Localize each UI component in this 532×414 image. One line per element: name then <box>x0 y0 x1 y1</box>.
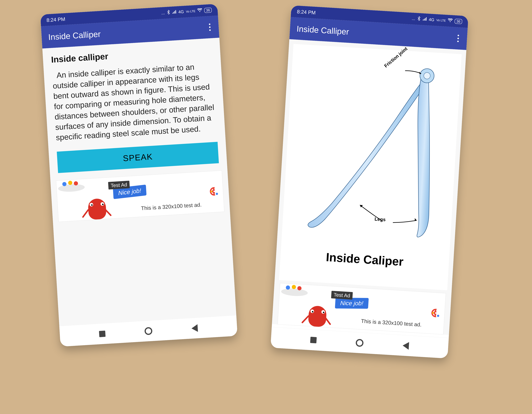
status-indicators: ... 4G Vo LTE 36 <box>161 7 212 16</box>
network-label: 4G <box>429 17 435 22</box>
ad-tag-label: Test Ad <box>331 291 353 300</box>
ad-bubble-group: Test Ad Nice job! <box>108 180 146 198</box>
signal-icon <box>422 17 427 22</box>
inside-caliper-diagram <box>288 50 455 249</box>
admob-logo-icon <box>431 308 440 318</box>
status-dots: ... <box>412 16 415 21</box>
status-dots: ... <box>161 10 165 15</box>
status-time: 8:24 PM <box>46 16 66 23</box>
admob-logo-icon <box>209 187 219 197</box>
ad-banner[interactable]: Test Ad Nice job! This is a 320x100 test… <box>56 170 224 222</box>
battery-indicator: 36 <box>455 19 462 24</box>
label-legs: Legs <box>374 216 386 222</box>
svg-point-4 <box>437 315 439 317</box>
phone-screenshot-right: 8:24 PM ... 4G Vo LTE 36 Inside Calliper <box>270 5 468 358</box>
diagram-caption: Inside Caliper <box>283 248 446 271</box>
network-label: 4G <box>178 9 184 14</box>
wifi-icon <box>448 18 453 23</box>
volte-label: Vo LTE <box>186 10 196 13</box>
nav-recent-icon[interactable] <box>310 337 317 343</box>
ad-description: This is a 320x100 test ad. <box>141 202 202 212</box>
status-indicators: ... 4G Vo LTE 36 <box>412 16 462 24</box>
content-area: Inside calliper An inside calliper is ex… <box>42 38 236 326</box>
nav-home-icon[interactable] <box>144 327 152 335</box>
ad-description: This is a 320x100 test ad. <box>361 318 422 328</box>
app-bar-title: Inside Calliper <box>296 24 349 37</box>
bluetooth-icon <box>417 16 421 22</box>
battery-indicator: 36 <box>204 8 212 13</box>
ad-illustration <box>281 283 339 328</box>
content-area: Friction joint Legs Inside Caliper Test … <box>272 39 466 335</box>
volte-label: Vo LTE <box>436 19 446 22</box>
ad-tag-label: Test Ad <box>108 181 130 190</box>
status-time: 8:24 PM <box>297 9 316 16</box>
content-body: An inside calliper is exactly similar to… <box>48 59 221 149</box>
ad-bubble-group: Test Ad Nice job! <box>331 291 369 310</box>
ad-banner[interactable]: Test Ad Nice job! This is a 320x100 test… <box>277 283 446 335</box>
app-bar-title: Inside Calliper <box>48 29 101 42</box>
phone-screenshot-left: 8:24 PM ... 4G Vo LTE 36 Inside Calliper… <box>40 4 238 347</box>
nav-recent-icon[interactable] <box>99 330 105 337</box>
svg-point-0 <box>216 193 218 195</box>
diagram-card: Friction joint Legs Inside Caliper <box>279 44 462 290</box>
more-options-icon[interactable] <box>207 22 212 32</box>
nav-home-icon[interactable] <box>356 339 364 347</box>
signal-icon <box>172 10 176 15</box>
wifi-icon <box>197 8 202 13</box>
bluetooth-icon <box>167 10 170 16</box>
more-options-icon[interactable] <box>456 33 461 44</box>
nav-back-icon[interactable] <box>191 324 198 332</box>
nav-back-icon[interactable] <box>402 342 409 349</box>
